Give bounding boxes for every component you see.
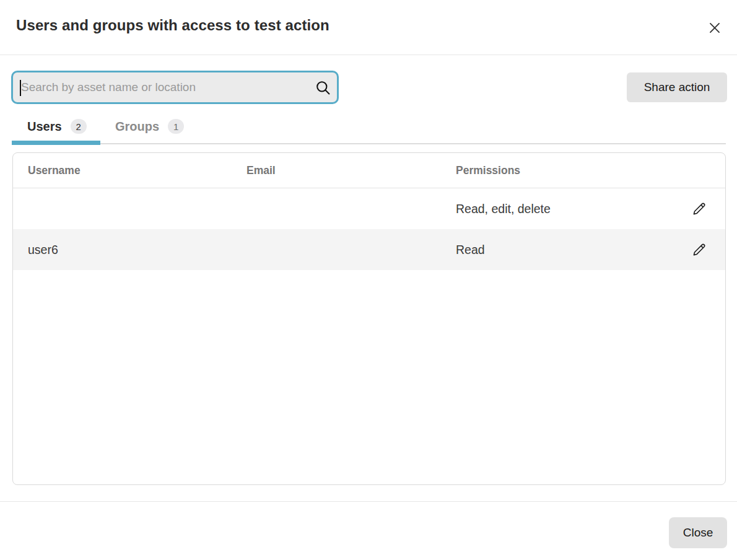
column-header-email: Email [246, 164, 456, 177]
close-icon[interactable] [705, 18, 725, 38]
active-tab-indicator [12, 141, 100, 145]
footer-divider [0, 501, 737, 502]
x-icon [707, 20, 723, 36]
search-icon[interactable] [308, 72, 337, 102]
edit-permissions-button[interactable] [688, 198, 709, 219]
permissions-cell: Read [456, 239, 725, 260]
column-header-username: Username [28, 164, 246, 177]
column-header-permissions: Permissions [456, 164, 725, 177]
permissions-value: Read [456, 243, 485, 257]
tab-users-label: Users [27, 120, 62, 134]
tab-users-count-badge: 2 [71, 119, 87, 134]
share-action-button[interactable]: Share action [627, 72, 727, 102]
tab-groups-count-badge: 1 [168, 119, 184, 134]
tab-groups-label: Groups [115, 120, 159, 134]
search-input[interactable] [13, 72, 308, 102]
table-row: user6 Read [13, 229, 725, 270]
tab-baseline [100, 143, 726, 144]
pencil-icon [691, 242, 707, 258]
table-row: Read, edit, delete [13, 188, 725, 229]
username-cell: user6 [28, 243, 246, 257]
permissions-table: Username Email Permissions Read, edit, d… [12, 152, 726, 485]
pencil-icon [691, 201, 707, 217]
page-title: Users and groups with access to test act… [16, 17, 329, 34]
search-box[interactable] [11, 71, 339, 104]
permissions-value: Read, edit, delete [456, 202, 551, 216]
edit-permissions-button[interactable] [688, 239, 709, 260]
text-caret [20, 80, 21, 96]
permissions-cell: Read, edit, delete [456, 198, 725, 219]
header-divider [0, 55, 737, 55]
tab-users[interactable]: Users 2 [27, 119, 87, 134]
table-header-row: Username Email Permissions [13, 153, 725, 188]
close-button[interactable]: Close [669, 517, 727, 548]
tab-groups[interactable]: Groups 1 [115, 119, 184, 134]
